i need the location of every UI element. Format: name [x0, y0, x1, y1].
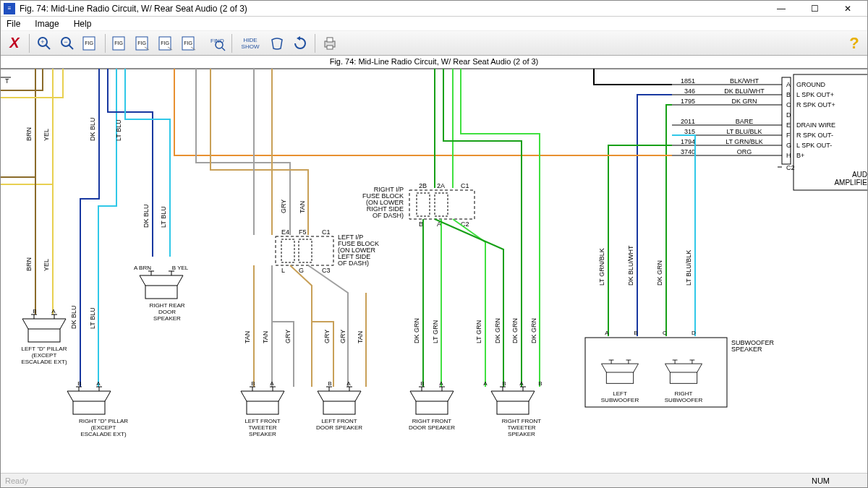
svg-text:B: B: [328, 380, 331, 387]
svg-text:C1: C1: [461, 182, 469, 189]
menu-image[interactable]: Image: [32, 17, 61, 30]
window-title: Fig. 74: Mid-Line Radio Circuit, W/ Rear…: [20, 4, 765, 14]
right-front-door-speaker: BA RIGHT FRONTDOOR SPEAKER: [409, 380, 455, 431]
svg-rect-65: [409, 190, 475, 219]
bucket-button[interactable]: [266, 33, 288, 53]
hide-show-button[interactable]: HIDE SHOW: [236, 33, 265, 53]
svg-text:DK GRN: DK GRN: [511, 318, 519, 343]
svg-text:1851: 1851: [681, 77, 695, 85]
svg-text:R SPK OUT-: R SPK OUT-: [796, 132, 833, 139]
svg-text:FIG: FIG: [137, 40, 146, 46]
right-front-tweeter-speaker: AB AB RIGHT FRONTTWEETERSPEAKER: [483, 380, 542, 437]
svg-rect-75: [276, 236, 333, 265]
fig-button-5[interactable]: FIG: [179, 33, 200, 53]
svg-text:DK GRN: DK GRN: [656, 260, 663, 286]
svg-text:C1: C1: [322, 228, 331, 236]
svg-text:B: B: [634, 330, 637, 336]
svg-text:F5: F5: [299, 228, 307, 236]
fig-button-2[interactable]: FIG: [109, 33, 131, 53]
svg-text:FIG: FIG: [114, 40, 123, 46]
svg-text:DK BLU/WHT: DK BLU/WHT: [724, 87, 765, 95]
left-front-tweeter-speaker: BA LEFT FRONTTWEETERSPEAKER: [241, 380, 284, 437]
svg-text:C: C: [663, 330, 667, 336]
svg-text:FIG: FIG: [184, 40, 192, 46]
print-button[interactable]: [319, 33, 341, 53]
svg-text:L: L: [281, 267, 285, 274]
svg-text:B: B: [786, 91, 791, 98]
diagram-canvas[interactable]: 1851BLK/WHTAGROUND 346DK BLU/WHTBL SPK O…: [1, 69, 867, 473]
svg-text:G: G: [299, 267, 304, 274]
left-d-pillar-speaker: BA LEFT "D" PILLAR(EXCEPTESCALADE EXT): [21, 308, 67, 365]
svg-text:LT BLU: LT BLU: [160, 206, 167, 228]
svg-text:DK GRN: DK GRN: [731, 98, 757, 105]
svg-text:A: A: [439, 380, 443, 387]
svg-text:+: +: [41, 38, 44, 46]
svg-text:A: A: [96, 380, 101, 387]
svg-text:R SPK OUT+: R SPK OUT+: [796, 101, 835, 108]
svg-rect-77: [299, 239, 312, 262]
left-front-door-speaker: BA LEFT FRONTDOOR SPEAKER: [316, 380, 362, 431]
svg-text:B: B: [251, 380, 255, 387]
svg-text:ORG: ORG: [737, 148, 752, 155]
svg-text:LT GRN: LT GRN: [432, 320, 439, 343]
svg-text:F: F: [786, 132, 791, 139]
svg-text:GRY: GRY: [323, 330, 331, 343]
svg-text:TAN: TAN: [262, 331, 269, 343]
svg-text:GROUND: GROUND: [796, 81, 825, 88]
svg-text:C: C: [786, 101, 791, 108]
find-button[interactable]: FIND: [202, 33, 228, 53]
minimize-button[interactable]: —: [765, 1, 798, 16]
svg-text:−: −: [64, 38, 67, 46]
svg-text:YEL: YEL: [43, 129, 50, 141]
svg-text:DK BLU: DK BLU: [142, 204, 150, 228]
close-window-button[interactable]: ✕: [831, 1, 864, 16]
svg-text:RIGHTSUBWOOFER: RIGHTSUBWOOFER: [665, 390, 703, 403]
svg-rect-67: [435, 193, 448, 216]
app-window: ≡ Fig. 74: Mid-Line Radio Circuit, W/ Re…: [0, 0, 868, 488]
svg-text:B: B: [33, 308, 36, 314]
help-button[interactable]: ?: [844, 33, 864, 53]
svg-text:TAN: TAN: [299, 201, 306, 213]
maximize-button[interactable]: ☐: [798, 1, 831, 16]
svg-text:DK GRN: DK GRN: [530, 318, 537, 343]
fig-button-4[interactable]: FIG: [156, 33, 177, 53]
status-bar: Ready NUM: [1, 473, 867, 487]
svg-text:C3: C3: [322, 267, 331, 274]
svg-text:346: 346: [684, 87, 695, 95]
svg-rect-24: [782, 77, 791, 164]
menu-help[interactable]: Help: [71, 17, 95, 30]
right-d-pillar-speaker: BA RIGHT "D" PILLAR(EXCEPTESCALADE EXT): [67, 380, 128, 437]
zoom-in-button[interactable]: +: [33, 33, 55, 53]
fig-button-3[interactable]: FIG: [132, 33, 154, 53]
window-controls: — ☐ ✕: [765, 1, 864, 16]
refresh-button[interactable]: [289, 33, 311, 53]
svg-text:B: B: [420, 380, 424, 387]
menu-file[interactable]: File: [4, 17, 23, 30]
svg-text:RIGHT "D" PILLAR(EXCEPTESCALAD: RIGHT "D" PILLAR(EXCEPTESCALADE EXT): [79, 418, 128, 437]
svg-rect-21: [327, 46, 333, 49]
svg-line-18: [222, 48, 225, 51]
svg-text:LT BLU: LT BLU: [115, 119, 122, 141]
svg-text:LT GRN/BLK: LT GRN/BLK: [726, 138, 763, 145]
svg-text:DK GRN: DK GRN: [494, 318, 501, 343]
close-button[interactable]: X: [4, 33, 25, 53]
svg-text:H: H: [786, 152, 791, 159]
svg-text:FIG: FIG: [161, 40, 169, 46]
svg-text:LEFT I/PFUSE BLOCK(ON LOWERLEF: LEFT I/PFUSE BLOCK(ON LOWERLEFT SIDEOF D…: [338, 234, 379, 267]
svg-text:BLK/WHT: BLK/WHT: [730, 77, 760, 85]
svg-text:L SPK OUT+: L SPK OUT+: [796, 91, 834, 98]
svg-text:1795: 1795: [681, 98, 695, 105]
svg-line-4: [69, 45, 73, 49]
svg-text:B+: B+: [796, 152, 804, 159]
zoom-out-button[interactable]: −: [56, 33, 78, 53]
svg-text:LT GRN/BLK: LT GRN/BLK: [598, 248, 605, 286]
subwoofer-speaker: A B C D LEFTSUBWOOFER RIGHTSUBWOOFER SUB…: [585, 330, 775, 407]
svg-text:A: A: [605, 330, 609, 336]
svg-text:2B: 2B: [419, 182, 427, 189]
svg-text:LEFT FRONTTWEETERSPEAKER: LEFT FRONTTWEETERSPEAKER: [244, 418, 280, 437]
svg-text:D: D: [692, 330, 696, 336]
status-ready: Ready: [5, 476, 28, 485]
svg-text:LT BLU/BLK: LT BLU/BLK: [685, 250, 692, 286]
fig-button-1[interactable]: FIG: [80, 33, 101, 53]
svg-text:TAN: TAN: [357, 331, 364, 343]
